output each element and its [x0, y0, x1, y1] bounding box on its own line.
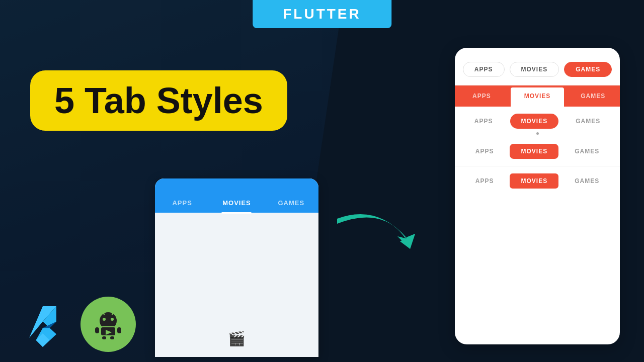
- arrow-icon: [327, 209, 428, 274]
- flutter-banner: FLUTTER: [253, 0, 391, 28]
- phone-mockup: APPS MOVIES GAMES 🎬: [155, 178, 318, 357]
- style2-tab-movies[interactable]: MOVIES: [511, 87, 565, 107]
- svg-point-8: [111, 318, 114, 321]
- tab-style-redbar: APPS MOVIES GAMES: [455, 85, 620, 107]
- tab-style-outlined: APPS MOVIES GAMES: [455, 57, 620, 85]
- style5-tab-movies[interactable]: MOVIES: [510, 173, 558, 189]
- android-studio-logo: [80, 297, 136, 352]
- style4-tab-apps[interactable]: APPS: [464, 144, 505, 159]
- android-logo-circle: [80, 297, 136, 352]
- style3-tab-movies[interactable]: MOVIES: [510, 114, 559, 129]
- style5-tab-games[interactable]: GAMES: [564, 173, 610, 189]
- dot-indicator: [455, 132, 620, 135]
- phone-tab-games[interactable]: GAMES: [264, 199, 318, 213]
- style2-tab-apps[interactable]: APPS: [455, 85, 509, 107]
- phone-content: 🎬: [155, 213, 318, 357]
- arrow-container: [327, 209, 428, 276]
- style3-tab-apps[interactable]: APPS: [463, 114, 504, 129]
- style1-tab-apps[interactable]: APPS: [463, 62, 505, 77]
- style4-tab-movies[interactable]: MOVIES: [510, 144, 558, 159]
- title-box: 5 Tab Styles: [30, 70, 287, 131]
- flutter-title: FLUTTER: [283, 6, 361, 22]
- tab-style-rounded: APPS MOVIES GAMES: [455, 139, 620, 166]
- clapperboard-icon: 🎬: [228, 330, 246, 347]
- svg-rect-12: [95, 327, 100, 334]
- style3-tab-games[interactable]: GAMES: [565, 114, 611, 129]
- style5-tab-apps[interactable]: APPS: [464, 173, 505, 189]
- tab-style-flat-red: APPS MOVIES GAMES: [455, 166, 620, 196]
- style2-tab-games[interactable]: GAMES: [566, 85, 620, 107]
- phone-tab-bar: APPS MOVIES GAMES: [155, 178, 318, 213]
- styles-panel: APPS MOVIES GAMES APPS MOVIES GAMES APPS…: [455, 48, 620, 344]
- svg-point-7: [103, 318, 106, 321]
- phone-tab-movies[interactable]: MOVIES: [209, 199, 264, 213]
- svg-rect-14: [102, 336, 107, 340]
- phone-tab-apps[interactable]: APPS: [155, 199, 209, 213]
- flutter-logo: [20, 302, 65, 347]
- svg-marker-0: [400, 234, 415, 249]
- style1-tab-games[interactable]: GAMES: [564, 62, 612, 77]
- style1-tab-movies[interactable]: MOVIES: [510, 62, 559, 77]
- svg-rect-15: [110, 336, 115, 340]
- style4-tab-games[interactable]: GAMES: [564, 144, 610, 159]
- svg-rect-13: [117, 327, 122, 334]
- dot: [536, 132, 539, 135]
- page-title: 5 Tab Styles: [54, 82, 263, 119]
